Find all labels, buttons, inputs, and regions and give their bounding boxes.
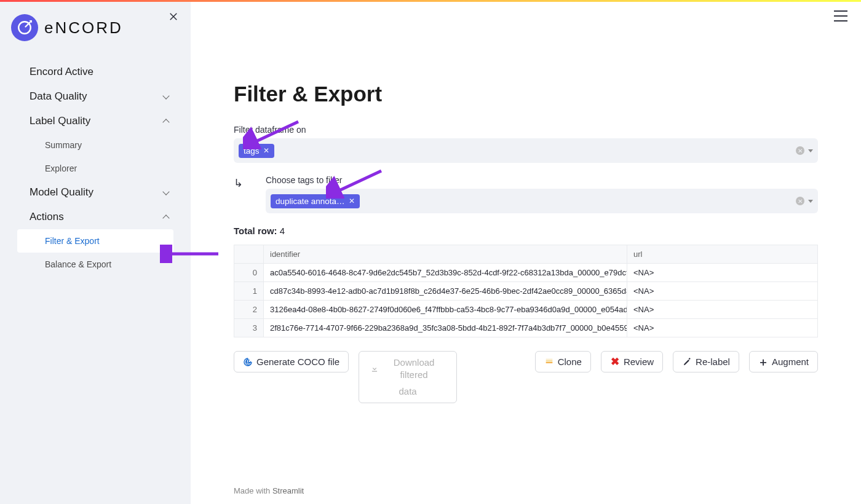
button-label: Generate COCO file: [256, 356, 339, 367]
button-label: Download filtered: [383, 356, 445, 382]
chip-remove-icon[interactable]: ✕: [349, 197, 355, 205]
col-header-index: [234, 245, 264, 264]
sidebar-item-actions[interactable]: Actions: [11, 205, 180, 229]
spiral-icon: [243, 357, 253, 367]
sidebar: eNCORD Encord Active Data Quality Label …: [0, 2, 191, 504]
close-icon: [169, 12, 178, 21]
filter-dataframe-multiselect[interactable]: tags ✕ ✕: [234, 138, 818, 163]
button-label: Review: [624, 356, 654, 367]
table-row[interactable]: 3 2f81c76e-7714-4707-9f66-229ba2368a9d_3…: [234, 319, 818, 337]
clone-button[interactable]: Clone: [535, 351, 591, 372]
table-row[interactable]: 1 cd87c34b-8993-4e12-adb0-ac7d1b918f8b_c…: [234, 282, 818, 301]
cell-identifier: cd87c34b-8993-4e12-adb0-ac7d1b918f8b_c26…: [264, 282, 627, 301]
brand-badge-icon: [11, 14, 38, 41]
tag-chip-duplicate-annotation[interactable]: duplicate annota… ✕: [271, 194, 360, 208]
clone-icon: [544, 357, 554, 367]
total-row-value: 4: [280, 226, 285, 236]
app-shell: eNCORD Encord Active Data Quality Label …: [0, 2, 861, 504]
cell-identifier: ac0a5540-6016-4648-8c47-9d6e2dc545b7_52d…: [264, 264, 627, 282]
cell-index: 3: [234, 319, 264, 337]
total-row-count: Total row: 4: [234, 226, 818, 236]
sidebar-item-label: Label Quality: [30, 115, 90, 127]
results-table[interactable]: identifier url 0 ac0a5540-6016-4648-8c47…: [234, 245, 818, 337]
table-row[interactable]: 0 ac0a5540-6016-4648-8c47-9d6e2dc545b7_5…: [234, 264, 818, 282]
cell-index: 0: [234, 264, 264, 282]
choose-tags-label: Choose tags to filter: [266, 175, 818, 185]
svg-rect-5: [546, 362, 552, 363]
sidebar-item-label: Model Quality: [30, 186, 93, 199]
sidebar-item-label: Balance & Export: [45, 259, 111, 269]
hamburger-menu-button[interactable]: [834, 10, 847, 22]
col-header-url: url: [627, 245, 818, 264]
cell-index: 2: [234, 301, 264, 319]
brand-logo: eNCORD: [11, 14, 180, 41]
sidebar-item-explorer[interactable]: Explorer: [11, 157, 180, 180]
download-filtered-button: Download filtered data: [359, 351, 457, 403]
cell-url: <NA>: [627, 319, 818, 337]
col-header-identifier: identifier: [264, 245, 627, 264]
download-icon: [370, 364, 379, 374]
chevron-down-icon: [162, 188, 171, 197]
cell-url: <NA>: [627, 264, 818, 282]
choose-tags-multiselect[interactable]: duplicate annota… ✕ ✕: [266, 189, 818, 213]
sidebar-item-label: Explorer: [45, 163, 77, 173]
indent-arrow-icon: ↳: [234, 175, 251, 190]
chip-label: duplicate annota…: [276, 197, 345, 206]
table-header-row: identifier url: [234, 245, 818, 264]
sidebar-item-model-quality[interactable]: Model Quality: [11, 180, 180, 205]
footer: Made with Streamlit: [234, 486, 304, 495]
sidebar-item-label: Summary: [45, 140, 82, 150]
augment-button[interactable]: ＋ Augment: [749, 351, 818, 372]
svg-rect-7: [546, 358, 552, 360]
total-row-label: Total row:: [234, 226, 277, 236]
main-content: Filter & Export Filter dataframe on tags…: [191, 2, 861, 504]
footer-prefix: Made with: [234, 486, 272, 495]
plus-icon: ＋: [758, 357, 768, 367]
cell-identifier: 2f81c76e-7714-4707-9f66-229ba2368a9d_35f…: [264, 319, 627, 337]
filter-chip-tags[interactable]: tags ✕: [239, 144, 274, 158]
sidebar-item-data-quality[interactable]: Data Quality: [11, 84, 180, 109]
sidebar-item-label: Encord Active: [30, 66, 93, 78]
chevron-down-icon[interactable]: [808, 200, 813, 203]
sidebar-item-balance-export[interactable]: Balance & Export: [11, 253, 180, 276]
relabel-button[interactable]: Re-label: [673, 351, 739, 372]
sidebar-close-button[interactable]: [167, 10, 180, 23]
table-row[interactable]: 2 3126ea4d-08e8-4b0b-8627-2749f0d060e6_f…: [234, 301, 818, 319]
brand-name: eNCORD: [44, 18, 123, 37]
chip-label: tags: [244, 146, 260, 156]
sidebar-item-label: Filter & Export: [45, 236, 100, 246]
chevron-down-icon: [162, 92, 171, 101]
review-x-icon: ✖: [610, 357, 620, 367]
button-label: Re-label: [696, 356, 730, 367]
chevron-down-icon[interactable]: [808, 149, 813, 152]
action-button-row: Generate COCO file Download filtered dat…: [234, 351, 818, 403]
chevron-up-icon: [162, 213, 171, 221]
chevron-up-icon: [162, 117, 171, 125]
chip-remove-icon[interactable]: ✕: [263, 146, 269, 155]
svg-rect-6: [546, 360, 552, 361]
sidebar-item-label-quality[interactable]: Label Quality: [11, 109, 180, 133]
page-title: Filter & Export: [234, 82, 818, 106]
button-label: Augment: [772, 356, 809, 367]
footer-streamlit-link[interactable]: Streamlit: [272, 486, 304, 495]
sidebar-item-label: Actions: [30, 211, 64, 223]
multiselect-clear-icon[interactable]: ✕: [796, 146, 804, 155]
cell-index: 1: [234, 282, 264, 301]
cell-identifier: 3126ea4d-08e8-4b0b-8627-2749f0d060e6_f47…: [264, 301, 627, 319]
pen-icon: [682, 357, 692, 367]
button-label: data: [399, 385, 416, 398]
cell-url: <NA>: [627, 282, 818, 301]
review-button[interactable]: ✖ Review: [601, 351, 663, 372]
sidebar-item-label: Data Quality: [30, 90, 87, 103]
sidebar-item-summary[interactable]: Summary: [11, 133, 180, 157]
sidebar-item-filter-export[interactable]: Filter & Export: [17, 229, 173, 253]
multiselect-clear-icon[interactable]: ✕: [796, 197, 804, 205]
filter-dataframe-label: Filter dataframe on: [234, 125, 818, 135]
button-label: Clone: [558, 356, 582, 367]
sidebar-item-encord-active[interactable]: Encord Active: [11, 60, 180, 84]
generate-coco-button[interactable]: Generate COCO file: [234, 351, 349, 372]
cell-url: <NA>: [627, 301, 818, 319]
